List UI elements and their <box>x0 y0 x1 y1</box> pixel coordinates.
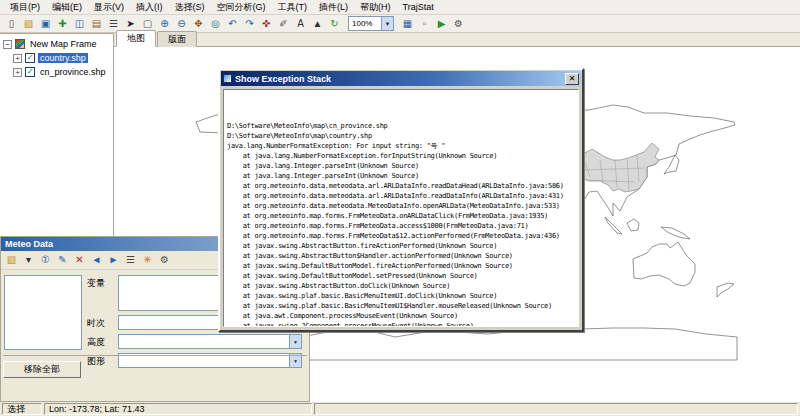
remove-all-button[interactable]: 移除全部 <box>3 361 81 378</box>
map-frame-label: New Map Frame <box>28 39 99 49</box>
pan-icon[interactable]: ✥ <box>190 16 207 32</box>
layer-list: + ✓ country.shp + ✓ cn_province.shp <box>0 51 113 79</box>
view-tabs: 地图版面 <box>114 33 800 47</box>
dialog-close-button[interactable]: ✕ <box>565 73 579 85</box>
refresh-icon[interactable]: ↻ <box>326 16 343 32</box>
menu-item[interactable]: 显示(V) <box>88 0 130 15</box>
dialog-icon <box>223 74 232 83</box>
open-dropdown-icon[interactable]: ▾ <box>20 252 37 268</box>
north-arrow-icon[interactable]: ▲ <box>309 16 326 32</box>
animation-icon[interactable]: ▶ <box>433 16 450 32</box>
open-data-icon[interactable]: ◫ <box>71 16 88 32</box>
new-project-icon[interactable]: ▯ <box>3 16 20 32</box>
map-frame-node[interactable]: − New Map Frame <box>0 37 113 51</box>
expand-icon[interactable]: + <box>13 68 22 77</box>
dataset-list[interactable] <box>4 275 82 350</box>
level-combo[interactable]: ▼ <box>118 334 302 349</box>
data-settings-icon[interactable]: ⚙ <box>156 252 173 268</box>
status-coordinates: Lon: -173.78; Lat: 71.43 <box>44 403 312 415</box>
time-label: 时次 <box>87 315 113 330</box>
china-provinces-region <box>571 143 659 192</box>
borneo-outline <box>627 219 639 231</box>
layer-label: cn_province.shp <box>38 67 108 77</box>
stack-trace-line: at org.meteoinfo.map.forms.FrmMeteoData.… <box>227 211 575 221</box>
new-zealand-outline <box>717 283 734 297</box>
stack-trace-line: at java.awt.Component.processMouseEvent(… <box>227 311 575 321</box>
menu-item[interactable]: 项目(P) <box>4 0 46 15</box>
zoom-out-icon[interactable]: ⊖ <box>173 16 190 32</box>
open-project-icon[interactable]: ▧ <box>20 16 37 32</box>
menu-item[interactable]: 工具(T) <box>272 0 314 15</box>
stack-trace-line: at java.lang.Integer.parseInt(Unknown So… <box>227 161 575 171</box>
status-mode: 选择 <box>2 403 42 415</box>
stack-trace-line: at javax.swing.DefaultButtonModel.setPre… <box>227 271 575 281</box>
layer-checkbox[interactable]: ✓ <box>25 53 35 63</box>
menu-item[interactable]: 帮助(H) <box>354 0 397 15</box>
stack-trace-line: at javax.swing.AbstractButton.fireAction… <box>227 241 575 251</box>
new-guinea-outline <box>661 227 690 239</box>
stack-trace-line: at javax.swing.DefaultButtonModel.fireAc… <box>227 261 575 271</box>
add-layer-icon[interactable]: ✚ <box>54 16 71 32</box>
stack-trace-line: at org.meteoinfo.data.meteodata.arl.ARLD… <box>227 181 575 191</box>
zoom-level-combo[interactable]: 100% ▼ <box>348 16 394 31</box>
dialog-titlebar[interactable]: Show Exception Stack ✕ <box>221 71 581 86</box>
animate-data-icon[interactable]: ✳ <box>139 252 156 268</box>
layer-item[interactable]: + ✓ country.shp <box>0 51 113 65</box>
stack-trace-line: at org.meteoinfo.data.meteodata.MeteoDat… <box>227 201 575 211</box>
dropdown-arrow-icon[interactable]: ▼ <box>289 335 301 348</box>
dropdown-arrow-icon[interactable]: ▼ <box>381 17 393 30</box>
map-view-icon[interactable]: ▦ <box>399 16 416 32</box>
zoom-next-icon[interactable]: ↷ <box>241 16 258 32</box>
layer-checkbox[interactable]: ✓ <box>25 67 35 77</box>
collapse-icon[interactable]: − <box>3 40 12 49</box>
layer-label: country.shp <box>38 53 88 63</box>
layout-view-icon[interactable]: ▫ <box>416 16 433 32</box>
menu-item[interactable]: 插入(I) <box>130 0 169 15</box>
layers-icon[interactable]: ▤ <box>88 16 105 32</box>
draw-data-icon[interactable]: ✎ <box>54 252 71 268</box>
status-spacer <box>314 403 798 415</box>
view-tab[interactable]: 版面 <box>157 31 197 47</box>
meteo-panel-title: Meteo Data <box>5 239 53 249</box>
full-extent-icon[interactable]: ◎ <box>207 16 224 32</box>
next-time-icon[interactable]: ► <box>105 252 122 268</box>
zoom-previous-icon[interactable]: ↶ <box>224 16 241 32</box>
stack-trace-line: at javax.swing.JComponent.processMouseEv… <box>227 321 575 327</box>
stack-trace: D:\Software\MeteoInfo\map\cn_province.sh… <box>223 89 579 327</box>
stack-trace-line: at javax.swing.AbstractButton$Handler.ac… <box>227 251 575 261</box>
menu-item[interactable]: TrajStat <box>397 1 440 13</box>
open-meteo-file-icon[interactable]: ▧ <box>3 252 20 268</box>
status-bar: 选择 Lon: -173.78; Lat: 71.43 <box>0 402 800 416</box>
stack-trace-line: at org.meteoinfo.map.forms.FrmMeteoData$… <box>227 231 575 241</box>
level-label: 高度 <box>87 334 113 349</box>
remove-data-icon[interactable]: ✕ <box>71 252 88 268</box>
menu-item[interactable]: 空间分析(G) <box>211 0 272 15</box>
stack-trace-line: D:\Software\MeteoInfo\map\country.shp <box>227 131 575 141</box>
settings-icon[interactable]: ⚙ <box>450 16 467 32</box>
save-project-icon[interactable]: ▣ <box>37 16 54 32</box>
menu-item[interactable]: 选择(S) <box>169 0 211 15</box>
time-list-icon[interactable]: ☰ <box>122 252 139 268</box>
map-frame-icon <box>15 39 25 49</box>
stack-trace-line: at javax.swing.AbstractButton.doClick(Un… <box>227 281 575 291</box>
menu-bar: 项目(P)编辑(E)显示(V)插入(I)选择(S)空间分析(G)工具(T)插件(… <box>0 0 800 15</box>
japan-outline <box>664 155 679 174</box>
zoom-level-value: 100% <box>349 19 381 28</box>
measure-icon[interactable]: ✐ <box>275 16 292 32</box>
stack-trace-line: at org.meteoinfo.data.meteodata.arl.ARLD… <box>227 191 575 201</box>
identify-icon[interactable]: ✜ <box>258 16 275 32</box>
zoom-in-icon[interactable]: ⊕ <box>156 16 173 32</box>
menu-item[interactable]: 编辑(E) <box>46 0 88 15</box>
stack-trace-line: at java.lang.Integer.parseInt(Unknown So… <box>227 171 575 181</box>
layer-item[interactable]: + ✓ cn_province.shp <box>0 65 113 79</box>
view-tab[interactable]: 地图 <box>116 30 156 47</box>
data-info-icon[interactable]: ① <box>37 252 54 268</box>
label-icon[interactable]: A <box>292 16 309 32</box>
dialog-title: Show Exception Stack <box>235 74 562 84</box>
layers-panel: − New Map Frame + ✓ country.shp + ✓ cn_p… <box>0 33 114 236</box>
stack-trace-line: java.lang.NumberFormatException: For inp… <box>227 141 575 151</box>
previous-time-icon[interactable]: ◄ <box>88 252 105 268</box>
stack-trace-line: at javax.swing.plaf.basic.BasicMenuItemU… <box>227 291 575 301</box>
expand-icon[interactable]: + <box>13 54 22 63</box>
menu-item[interactable]: 插件(L) <box>313 0 354 15</box>
